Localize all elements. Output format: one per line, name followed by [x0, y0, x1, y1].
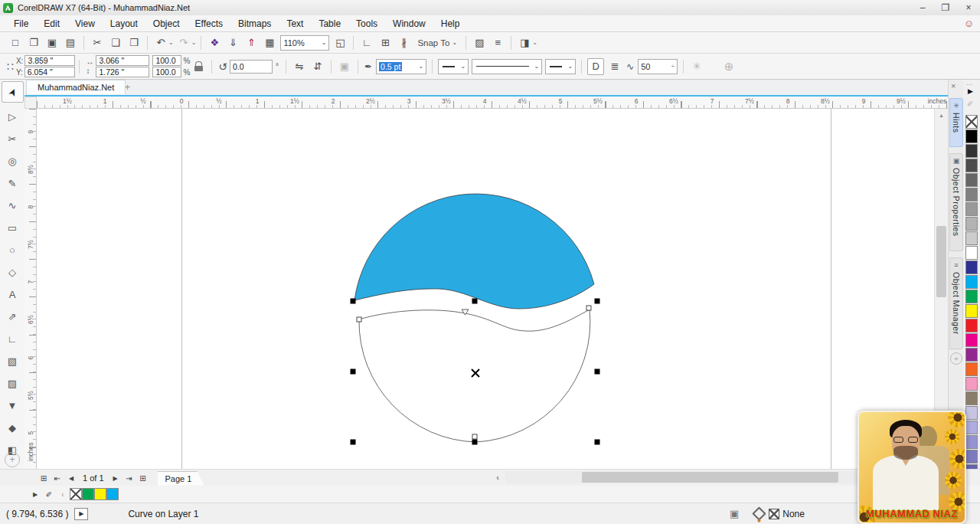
color-swatch[interactable]: [965, 202, 978, 216]
close-button[interactable]: ×: [957, 0, 980, 15]
ellipse-tool[interactable]: ○: [3, 241, 21, 259]
new-document-tab-button[interactable]: +: [121, 82, 134, 93]
color-swatch[interactable]: [965, 406, 978, 420]
no-fill-swatch[interactable]: [769, 509, 779, 519]
rotation-angle-field[interactable]: [230, 60, 273, 74]
color-swatch[interactable]: [965, 144, 978, 158]
macro-manager-icon[interactable]: ≡: [490, 35, 505, 51]
no-color-swatch[interactable]: [965, 115, 978, 129]
rectangle-tool[interactable]: ▭: [3, 218, 21, 237]
menu-item-effects[interactable]: Effects: [188, 16, 230, 31]
zoom-level-select[interactable]: 110% ⌄: [280, 35, 329, 51]
mirror-vertical-button[interactable]: ⇵: [310, 59, 325, 74]
document-tab[interactable]: MuhammadNiaz.Net: [26, 80, 126, 94]
docker-tab-object-properties[interactable]: ▣Object Properties: [949, 153, 963, 251]
color-swatch[interactable]: [965, 231, 978, 245]
color-swatch[interactable]: [965, 129, 978, 143]
dropdown-arrow-icon[interactable]: ⌄: [532, 39, 537, 46]
curve-node[interactable]: [472, 434, 477, 439]
welcome-screen-icon[interactable]: ▨: [472, 35, 487, 51]
document-palette-eyedropper-icon[interactable]: ✐: [43, 488, 55, 500]
zoom-tool[interactable]: ◎: [3, 152, 21, 170]
text-tool[interactable]: A: [3, 285, 21, 303]
fullscreen-preview-icon[interactable]: ◱: [332, 35, 348, 51]
menu-item-window[interactable]: Window: [385, 16, 433, 31]
color-swatch[interactable]: [965, 333, 978, 347]
freehand-tool[interactable]: ✎: [3, 174, 21, 192]
pick-tool[interactable]: ➤: [2, 81, 24, 103]
curve-node[interactable]: [357, 317, 361, 322]
options-icon[interactable]: ◨: [517, 35, 532, 51]
sign-in-icon[interactable]: ☺: [964, 18, 974, 29]
scroll-left-button[interactable]: ‹: [492, 471, 504, 483]
object-origin-icon[interactable]: ∷: [7, 61, 14, 73]
menu-item-edit[interactable]: Edit: [36, 16, 67, 31]
selection-handle[interactable]: [351, 299, 356, 304]
menu-item-layout[interactable]: Layout: [103, 16, 145, 31]
vertical-scroll-thumb[interactable]: [936, 226, 946, 297]
show-guidelines-icon[interactable]: ∦: [396, 35, 411, 51]
cut-icon[interactable]: ✂: [90, 35, 105, 51]
no-color-swatch[interactable]: [70, 488, 82, 500]
menu-item-table[interactable]: Table: [311, 16, 348, 31]
color-swatch[interactable]: [94, 488, 106, 500]
open-icon[interactable]: ❐: [26, 35, 41, 51]
add-page-end-button[interactable]: ⊞: [137, 472, 149, 484]
horizontal-ruler[interactable]: 1½1½0½11½22½33½44½55½66½77½88½99½inches: [37, 97, 948, 109]
drawing-canvas[interactable]: [37, 109, 934, 469]
x-position-field[interactable]: [24, 55, 75, 66]
lock-ratio-icon[interactable]: [194, 61, 203, 71]
import-icon[interactable]: ⇓: [225, 35, 240, 51]
connector-tool[interactable]: ∟: [3, 329, 21, 348]
palette-eyedropper-icon[interactable]: ✐: [967, 100, 973, 108]
last-page-button[interactable]: ⇥: [123, 472, 136, 484]
selection-handle[interactable]: [351, 369, 356, 375]
color-swatch[interactable]: [965, 246, 978, 260]
selection-handle[interactable]: [472, 440, 478, 445]
blue-curve-shape[interactable]: [354, 194, 594, 309]
docker-tab-hints[interactable]: ✳Hints: [949, 98, 963, 147]
color-swatch[interactable]: [965, 377, 978, 391]
close-curve-button[interactable]: D: [587, 58, 604, 75]
scroll-up-button[interactable]: ▴: [935, 109, 948, 121]
transparency-tool[interactable]: ▨: [3, 374, 21, 392]
object-height-field[interactable]: [96, 67, 149, 77]
crop-tool[interactable]: ✂: [3, 129, 21, 148]
color-swatch[interactable]: [965, 275, 978, 289]
page-tab[interactable]: Page 1: [158, 471, 204, 486]
color-swatch[interactable]: [965, 348, 978, 362]
customize-toolbox-button[interactable]: +: [5, 452, 20, 467]
drop-shadow-tool[interactable]: ▧: [3, 352, 21, 370]
ruler-origin[interactable]: [24, 97, 37, 109]
horizontal-scroll-thumb[interactable]: [582, 472, 838, 483]
selected-curve-shape[interactable]: [359, 309, 590, 442]
color-swatch[interactable]: [965, 362, 978, 376]
scale-v-field[interactable]: [152, 67, 181, 77]
curve-node[interactable]: [586, 306, 591, 310]
color-swatch[interactable]: [965, 435, 978, 449]
selection-handle[interactable]: [595, 299, 600, 304]
selection-handle[interactable]: [472, 299, 478, 304]
polygon-tool[interactable]: ◇: [3, 263, 21, 281]
shape-tool[interactable]: ▷: [3, 107, 21, 126]
color-swatch[interactable]: [965, 188, 978, 201]
first-page-button[interactable]: ⇤: [51, 472, 64, 484]
export-icon[interactable]: ⇑: [243, 35, 259, 51]
dropdown-arrow-icon[interactable]: ⌄: [191, 39, 197, 46]
document-palette-flyout-icon[interactable]: ▶: [29, 488, 41, 500]
document-palette-scroll-icon[interactable]: ‹: [57, 488, 69, 500]
save-icon[interactable]: ▣: [44, 35, 60, 51]
color-swatch[interactable]: [965, 159, 978, 172]
expand-docker-button[interactable]: +: [950, 352, 962, 365]
dimension-tool[interactable]: ⇗: [3, 307, 21, 326]
minimize-button[interactable]: –: [911, 0, 934, 15]
menu-item-file[interactable]: File: [6, 16, 36, 31]
close-docker-icon[interactable]: ×: [951, 81, 956, 90]
menu-item-text[interactable]: Text: [279, 16, 311, 31]
selection-handle[interactable]: [595, 440, 600, 445]
smoothness-field[interactable]: 50 ÷: [638, 59, 678, 74]
end-arrowhead-select[interactable]: ⌄: [545, 59, 576, 74]
menu-item-help[interactable]: Help: [433, 16, 468, 31]
next-page-button[interactable]: ▶: [109, 472, 122, 484]
vertical-ruler[interactable]: 98½87½76½65½5inches: [24, 109, 37, 469]
